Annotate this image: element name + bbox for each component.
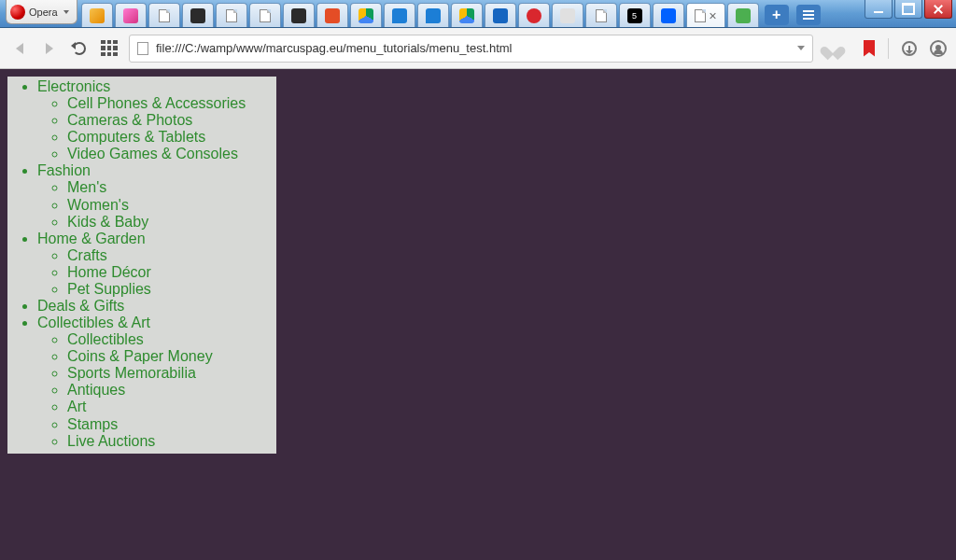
html5-icon [325,8,340,23]
submenu-link[interactable]: Men's [67,179,106,195]
submenu-link[interactable]: Crafts [67,247,107,263]
document-icon [260,9,271,22]
tab[interactable] [451,3,483,27]
reload-button[interactable] [69,38,90,59]
menu-category: Home & GardenCraftsHome DécorPet Supplie… [37,231,271,298]
window-controls [865,0,952,19]
close-tab-icon[interactable] [710,12,717,20]
submenu-item: Collectibles [67,331,271,348]
menu-category-link[interactable]: Home & Garden [37,231,146,246]
submenu-item: Crafts [67,247,271,264]
submenu-item: Antiques [67,382,271,399]
speed-dial-button[interactable] [99,38,120,59]
submenu-link[interactable]: Stamps [67,416,118,432]
back-button[interactable] [9,38,30,59]
submenu-list: CraftsHome DécorPet Supplies [37,247,271,298]
submenu-link[interactable]: Cameras & Photos [67,112,192,128]
tab[interactable] [518,3,550,27]
submenu-item: Kids & Baby [67,214,271,231]
submenu-link[interactable]: Collectibles [67,331,144,347]
chat-icon [426,8,441,23]
window-close-button[interactable] [924,0,952,19]
document-icon [226,9,237,22]
tab-active[interactable] [686,3,725,27]
account-button[interactable] [930,40,947,57]
submenu-item: Live Auctions [67,433,271,450]
submenu-link[interactable]: Live Auctions [67,433,155,449]
forward-button[interactable] [39,38,60,59]
tab[interactable] [384,3,415,27]
tab[interactable] [727,3,759,27]
tab[interactable] [552,3,583,27]
submenu-link[interactable]: Antiques [67,382,125,398]
chevron-down-icon [63,10,69,14]
opera-menu-button[interactable]: Opera [6,0,77,24]
tab[interactable]: 5 [619,3,651,27]
submenu-link[interactable]: Sports Memorabilia [67,365,196,381]
menu-category-link[interactable]: Deals & Gifts [37,298,124,314]
arrow-left-icon [16,43,23,54]
new-tab-button[interactable]: + [765,5,789,25]
menu-category: Collectibles & ArtCollectiblesCoins & Pa… [37,315,271,450]
menu-category-link[interactable]: Electronics [37,78,110,94]
url-text: file:///C:/wamp/www/marcuspag.eu/menu_tu… [156,41,513,55]
submenu-item: Home Décor [67,264,271,281]
bookmark-heart-button[interactable] [822,38,843,59]
tab[interactable] [283,3,315,27]
tab[interactable] [216,3,247,27]
tab[interactable] [148,3,180,27]
tab[interactable] [81,3,113,27]
tab[interactable] [182,3,214,27]
opera-label: Opera [29,7,58,18]
submenu-link[interactable]: Home Décor [67,264,151,280]
window-titlebar: Opera 5 + [0,0,956,28]
tab[interactable] [115,3,147,27]
tab[interactable] [350,3,382,27]
submenu-link[interactable]: Women's [67,197,129,213]
toolbar-right [864,38,947,59]
chat-icon [392,8,407,23]
menu-category-link[interactable]: Collectibles & Art [37,315,150,330]
submenu-list: Cell Phones & AccessoriesCameras & Photo… [37,95,271,162]
downloads-button[interactable] [902,41,917,56]
tab[interactable] [585,3,617,27]
submenu-list: CollectiblesCoins & Paper MoneySports Me… [37,331,271,450]
minimize-button[interactable] [865,0,893,19]
submenu-item: Cameras & Photos [67,112,271,129]
browser-toolbar: file:///C:/wamp/www/marcuspag.eu/menu_tu… [0,28,956,69]
submenu-item: Cell Phones & Accessories [67,95,271,112]
dropbox-icon [661,8,676,23]
address-bar[interactable]: file:///C:/wamp/www/marcuspag.eu/menu_tu… [129,35,813,63]
separator [888,38,889,59]
submenu-link[interactable]: Cell Phones & Accessories [67,95,246,111]
document-icon [159,9,170,22]
submenu-item: Video Games & Consoles [67,146,271,162]
menu-category-link[interactable]: Fashion [37,162,91,178]
tab[interactable] [485,3,516,27]
google-drive-icon [358,8,373,23]
submenu-link[interactable]: Kids & Baby [67,214,148,230]
submenu-link[interactable]: Video Games & Consoles [67,146,238,161]
tab[interactable] [653,3,684,27]
submenu-item: Art [67,399,271,415]
tab[interactable] [316,3,348,27]
page-info-icon[interactable] [137,42,148,55]
submenu-link[interactable]: Coins & Paper Money [67,348,213,364]
page-viewport: ElectronicsCell Phones & AccessoriesCame… [0,69,956,560]
mega-icon [527,8,541,23]
tab[interactable] [249,3,281,27]
tab-menu-button[interactable] [796,5,821,25]
submenu-item: Women's [67,197,271,214]
maximize-button[interactable] [894,0,922,19]
submenu-link[interactable]: Computers & Tablets [67,129,205,145]
submenu-link[interactable]: Art [67,399,86,414]
submenu-item: Stamps [67,416,271,433]
stash-bookmark-icon[interactable] [864,40,875,57]
tab-favicon-icon [560,8,575,23]
menu-lines-icon [803,14,814,16]
submenu-link[interactable]: Pet Supplies [67,281,151,297]
todoist-icon [493,8,508,23]
dropdown-icon[interactable] [797,46,805,50]
submenu-item: Sports Memorabilia [67,365,271,382]
tab[interactable] [417,3,449,27]
